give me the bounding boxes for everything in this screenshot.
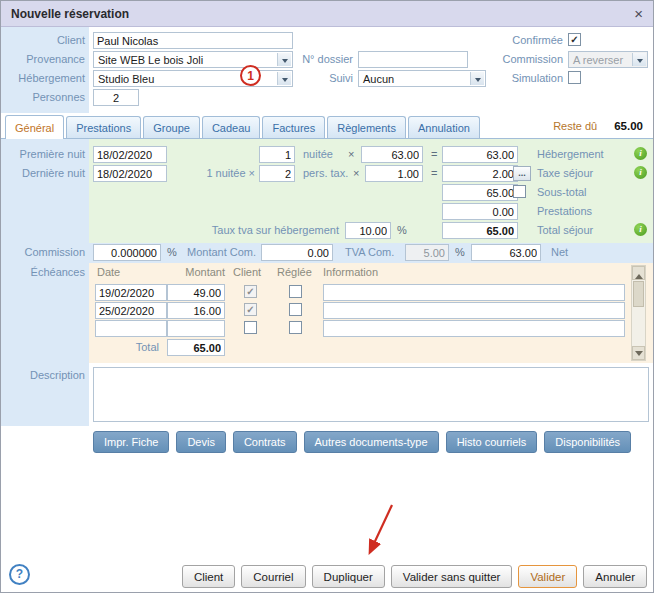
arrow-down-icon: [635, 351, 643, 360]
taxe-price-input[interactable]: [365, 165, 423, 182]
suivi-select[interactable]: Aucun: [358, 70, 486, 87]
echeance-date-input[interactable]: [95, 284, 167, 301]
echeance-info-input[interactable]: [323, 302, 625, 319]
tabs: Général Prestations Groupe Cadeau Factur…: [5, 115, 482, 138]
echeance-montant-input[interactable]: [167, 320, 225, 337]
col-montant-header: Montant: [167, 266, 225, 279]
tva-rate-input[interactable]: [345, 222, 391, 239]
client-input[interactable]: [93, 32, 293, 49]
courriel-button[interactable]: Courriel: [241, 565, 305, 588]
client-button[interactable]: Client: [182, 565, 235, 588]
tab-cadeau[interactable]: Cadeau: [202, 116, 261, 138]
general-tab-panel: Première nuit Dernière nuit Commission É…: [1, 139, 654, 426]
dialog-titlebar: Nouvelle réservation ×: [1, 1, 653, 27]
autres-documents-type-button[interactable]: Autres documents-type: [304, 431, 439, 453]
reste-du-label: Reste dû: [553, 120, 597, 132]
suivi-value: Aucun: [363, 73, 394, 85]
nuitee-count-input[interactable]: [259, 146, 295, 163]
col-reglee-header: Réglée: [277, 266, 312, 279]
taxe-more-button[interactable]: ...: [513, 166, 531, 181]
info-icon[interactable]: [634, 147, 647, 160]
tab-groupe[interactable]: Groupe: [143, 116, 200, 138]
devis-button[interactable]: Devis: [176, 431, 226, 453]
sous-total-checkbox[interactable]: [513, 185, 526, 198]
provenance-select[interactable]: Site WEB Le bois Joli: [93, 51, 293, 68]
new-reservation-dialog: Nouvelle réservation × Client Provenance…: [0, 0, 654, 593]
percent-sign: %: [455, 246, 465, 259]
echeance-reglee-checkbox[interactable]: [289, 303, 302, 316]
hebergement-select[interactable]: Studio Bleu: [93, 70, 293, 87]
valider-button[interactable]: Valider: [518, 565, 577, 588]
commission-rate-input[interactable]: [93, 244, 161, 261]
histo-courriels-button[interactable]: Histo courriels: [446, 431, 538, 453]
commission-row-label: Commission: [1, 246, 85, 259]
dupliquer-button[interactable]: Dupliquer: [312, 565, 385, 588]
scroll-up-button[interactable]: [632, 266, 645, 280]
equals-sign: =: [431, 148, 437, 161]
tva-rate-label: Taux tva sur hébergement: [129, 224, 339, 237]
provenance-value: Site WEB Le bois Joli: [98, 54, 203, 66]
tab-factures[interactable]: Factures: [262, 116, 325, 138]
echeance-client-checkbox[interactable]: ✓: [244, 303, 257, 316]
percent-sign: %: [397, 224, 407, 237]
taxe-total-input[interactable]: [442, 165, 518, 182]
taxe-total-label: Taxe séjour: [537, 167, 593, 180]
echeance-client-checkbox[interactable]: [244, 321, 257, 334]
total-sejour-input[interactable]: [442, 222, 518, 239]
echeance-reglee-checkbox[interactable]: [289, 321, 302, 334]
echeance-info-input[interactable]: [323, 284, 625, 301]
client-label: Client: [1, 34, 85, 47]
net-input[interactable]: [471, 244, 541, 261]
valider-sans-quitter-button[interactable]: Valider sans quitter: [391, 565, 513, 588]
sous-total-input[interactable]: [442, 184, 518, 201]
scrollbar-thumb[interactable]: [633, 281, 644, 307]
echeance-date-input[interactable]: [95, 302, 167, 319]
echeance-montant-input[interactable]: [167, 284, 225, 301]
echeances-scrollbar[interactable]: [631, 265, 646, 361]
close-icon[interactable]: ×: [634, 6, 643, 21]
prestations-input[interactable]: [442, 203, 518, 220]
reservation-header-form: Client Provenance Site WEB Le bois Joli …: [1, 27, 653, 113]
disponibilites-button[interactable]: Disponibilités: [544, 431, 631, 453]
commission-select[interactable]: A reverser: [568, 51, 648, 68]
help-button[interactable]: ?: [9, 564, 30, 585]
echeance-date-input[interactable]: [95, 320, 167, 337]
confirmee-checkbox[interactable]: ✓: [568, 33, 581, 46]
personnes-input[interactable]: [93, 89, 139, 106]
description-label: Description: [1, 369, 85, 382]
hebergement-total-label: Hébergement: [537, 148, 604, 161]
echeance-info-input[interactable]: [323, 320, 625, 337]
dossier-input[interactable]: [358, 51, 468, 68]
tab-general[interactable]: Général: [5, 115, 64, 139]
annuler-button[interactable]: Annuler: [583, 565, 647, 588]
impr-fiche-button[interactable]: Impr. Fiche: [93, 431, 169, 453]
tab-prestations[interactable]: Prestations: [66, 116, 141, 138]
multiply-sign: ×: [348, 148, 354, 161]
echeances-total-input[interactable]: [167, 339, 225, 356]
personnes-label: Personnes: [1, 91, 85, 104]
tab-annulation[interactable]: Annulation: [408, 116, 480, 138]
chevron-down-icon: [632, 53, 646, 66]
info-icon[interactable]: [634, 166, 647, 179]
tva-com-input[interactable]: [405, 244, 449, 261]
premiere-nuit-input[interactable]: [93, 146, 167, 163]
simulation-checkbox[interactable]: [568, 71, 581, 84]
hebergement-label: Hébergement: [1, 72, 85, 85]
scroll-down-button[interactable]: [632, 346, 645, 360]
description-textarea[interactable]: [93, 367, 649, 422]
commission-select-label: Commission: [483, 53, 563, 66]
contrats-button[interactable]: Contrats: [233, 431, 297, 453]
multiply-sign: ×: [353, 167, 359, 180]
info-icon[interactable]: [634, 223, 647, 236]
echeance-montant-input[interactable]: [167, 302, 225, 319]
tab-reglements[interactable]: Règlements: [327, 116, 406, 138]
confirmee-label: Confirmée: [483, 34, 563, 47]
echeance-client-checkbox[interactable]: ✓: [244, 285, 257, 298]
col-information-header: Information: [323, 266, 378, 279]
hebergement-total-input[interactable]: [442, 146, 518, 163]
chevron-down-icon: [470, 72, 484, 85]
nuitee-price-input[interactable]: [361, 146, 423, 163]
montant-com-input[interactable]: [261, 244, 333, 261]
pers-tax-count-input[interactable]: [259, 165, 295, 182]
echeance-reglee-checkbox[interactable]: [289, 285, 302, 298]
